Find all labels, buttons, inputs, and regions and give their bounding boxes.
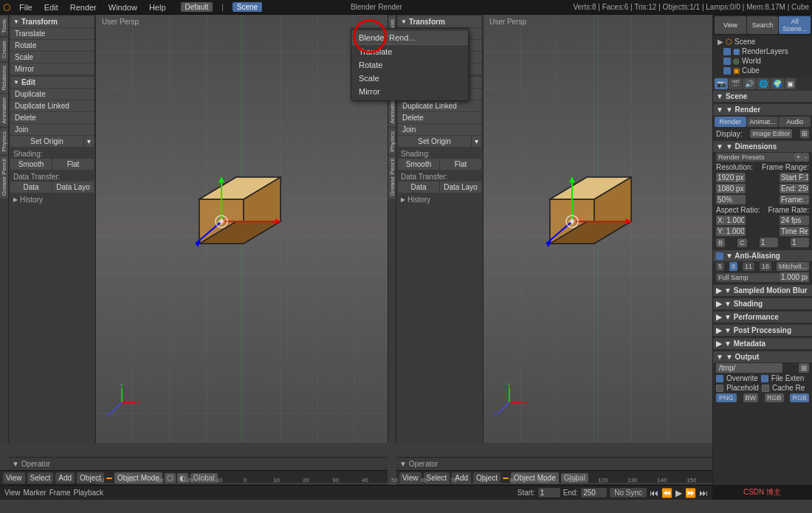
scene-label[interactable]: Scene xyxy=(233,2,262,12)
scene-header[interactable]: ▼ Scene xyxy=(713,91,812,102)
menu-window[interactable]: Window xyxy=(106,2,140,13)
world-item[interactable]: ◎ World xyxy=(715,56,811,66)
view-timeline[interactable]: View xyxy=(4,489,21,497)
image-editor-icon[interactable]: ⊞ xyxy=(800,129,809,138)
rgba-label[interactable]: RGB xyxy=(790,393,809,402)
world-check[interactable] xyxy=(723,58,731,65)
start-frame-timeline[interactable] xyxy=(538,488,560,497)
render-tab-render[interactable]: Render xyxy=(715,117,746,127)
tools-tab-left[interactable]: Tools xyxy=(0,16,8,36)
duplicate-linked-btn-center[interactable]: Duplicate Linked xyxy=(398,100,481,111)
aa-8[interactable]: 8 xyxy=(729,262,737,271)
set-origin-btn-center[interactable]: Set Origin xyxy=(398,136,471,147)
aa-11[interactable]: 11 xyxy=(743,262,754,271)
scene-props-icon[interactable]: 🌐 xyxy=(757,78,770,89)
play-end-btn[interactable]: ⏭ xyxy=(699,488,708,498)
object-props-icon[interactable]: ▣ xyxy=(785,78,796,89)
add-menu-left[interactable]: Add xyxy=(55,472,75,483)
set-origin-btn-left[interactable]: Set Origin xyxy=(10,136,83,147)
res-pct-input[interactable] xyxy=(716,195,746,204)
cube-check[interactable] xyxy=(723,67,731,75)
post-processing-header[interactable]: ▶ ▼ Post Processing xyxy=(713,325,812,336)
menu-file[interactable]: File xyxy=(16,2,35,13)
render-presets-btn[interactable]: Render Presets xyxy=(716,153,794,162)
duplicate-linked-btn-left[interactable]: Duplicate Linked xyxy=(10,100,94,111)
aspect-y-input[interactable] xyxy=(716,227,746,236)
menu-render[interactable]: Render xyxy=(67,2,100,13)
layout-selector[interactable]: Default xyxy=(181,2,213,12)
anti-alias-header[interactable]: ▼ Anti-Aliasing xyxy=(713,250,812,261)
render-tab-anim[interactable]: Animat... xyxy=(747,117,779,127)
world-props-icon[interactable]: 🌍 xyxy=(771,78,784,89)
res-x-input[interactable] xyxy=(716,173,746,182)
duplicate-btn-left[interactable]: Duplicate xyxy=(10,89,94,100)
view-menu-left[interactable]: View xyxy=(3,472,25,483)
bw-label[interactable]: BW xyxy=(743,393,759,402)
dropdown-rotate[interactable]: Rotate xyxy=(351,58,468,72)
viewport-right[interactable]: X Y Z User Persp xyxy=(484,15,712,443)
performance-header[interactable]: ▶ ▼ Performance xyxy=(713,311,812,323)
res-y-input[interactable] xyxy=(716,184,746,193)
output-path-input[interactable] xyxy=(716,363,782,373)
camera-props-icon[interactable]: 📷 xyxy=(715,78,728,89)
audio-props-icon[interactable]: 🔊 xyxy=(743,78,756,89)
smooth-btn-center[interactable]: Smooth xyxy=(398,159,439,170)
shading-props-header[interactable]: ▶ ▼ Shading xyxy=(713,298,812,309)
render-presets-minus[interactable]: - xyxy=(802,153,809,162)
all-scenes-tab[interactable]: All Scene... xyxy=(779,16,811,34)
history-row-center[interactable]: ▶ History xyxy=(398,194,481,205)
delete-btn-center[interactable]: Delete xyxy=(398,112,481,123)
scene-item[interactable]: ▶ ⬡ Scene xyxy=(715,37,811,47)
data-layo-btn-center[interactable]: Data Layo xyxy=(440,182,481,193)
render-layers-item[interactable]: ▦ RenderLayers xyxy=(715,47,811,56)
cache-re-check[interactable] xyxy=(762,385,769,392)
select-menu-left[interactable]: Select xyxy=(27,472,54,483)
aspect-x-input[interactable] xyxy=(716,216,746,225)
frame-btn[interactable]: Frame xyxy=(49,489,71,497)
edit-header-left[interactable]: ▼ Edit xyxy=(10,77,94,88)
scale-btn-left[interactable]: Scale xyxy=(10,52,94,63)
no-sync-btn[interactable]: No Sync xyxy=(610,488,647,497)
start-frame-input[interactable] xyxy=(780,173,809,182)
set-origin-arrow-left[interactable]: ▾ xyxy=(83,136,94,147)
bc-input2[interactable] xyxy=(791,238,809,247)
delete-btn-left[interactable]: Delete xyxy=(10,112,94,123)
search-tab[interactable]: Search xyxy=(747,16,779,34)
play-begin-btn[interactable]: ⏮ xyxy=(650,488,658,498)
grease-pencil-tab-center[interactable]: Grease Pencil xyxy=(388,156,396,199)
marker-btn[interactable]: Marker xyxy=(24,489,47,497)
physics-tab-center[interactable]: Physics xyxy=(388,128,396,155)
transform-header-left[interactable]: ▼ Transform xyxy=(10,16,94,27)
dimensions-header[interactable]: ▼ ▼ Dimensions xyxy=(713,141,812,152)
placeholder-check[interactable] xyxy=(716,385,723,392)
data-btn-center[interactable]: Data xyxy=(398,182,439,193)
file-exten-check[interactable] xyxy=(761,375,768,382)
flat-btn-left[interactable]: Flat xyxy=(52,159,94,170)
dropdown-mirror[interactable]: Mirror xyxy=(351,85,468,98)
png-label[interactable]: PNG xyxy=(716,393,737,402)
set-origin-arrow-center[interactable]: ▾ xyxy=(471,136,481,147)
history-row-left[interactable]: ▶ History xyxy=(10,194,94,205)
aa-5[interactable]: 5 xyxy=(716,262,724,271)
menu-help[interactable]: Help xyxy=(146,2,169,13)
overwrite-check[interactable] xyxy=(716,375,723,382)
aa-16[interactable]: 16 xyxy=(760,262,771,271)
render-presets-plus[interactable]: + xyxy=(794,153,802,162)
menu-edit[interactable]: Edit xyxy=(41,2,61,13)
relations-tab-left[interactable]: Relations xyxy=(0,63,8,93)
cube-item[interactable]: ▣ Cube xyxy=(715,66,811,75)
rotate-btn-left[interactable]: Rotate xyxy=(10,40,94,51)
play-back-btn[interactable]: ⏪ xyxy=(661,488,672,498)
view-tab[interactable]: View xyxy=(715,16,746,34)
play-btn[interactable]: ▶ xyxy=(675,488,682,498)
animation-tab-left[interactable]: Animation xyxy=(0,94,8,127)
end-frame-timeline[interactable] xyxy=(581,488,607,497)
output-header[interactable]: ▼ ▼ Output xyxy=(713,351,812,362)
mirror-btn-left[interactable]: Mirror xyxy=(10,63,94,75)
rgb-label[interactable]: RGB xyxy=(765,393,784,402)
motion-blur-header[interactable]: ▶ ▼ Sampled Motion Blur xyxy=(713,285,812,296)
data-layo-btn-left[interactable]: Data Layo xyxy=(52,182,94,193)
data-btn-left[interactable]: Data xyxy=(10,182,52,193)
anti-alias-check[interactable] xyxy=(716,252,723,260)
smooth-btn-left[interactable]: Smooth xyxy=(10,159,52,170)
